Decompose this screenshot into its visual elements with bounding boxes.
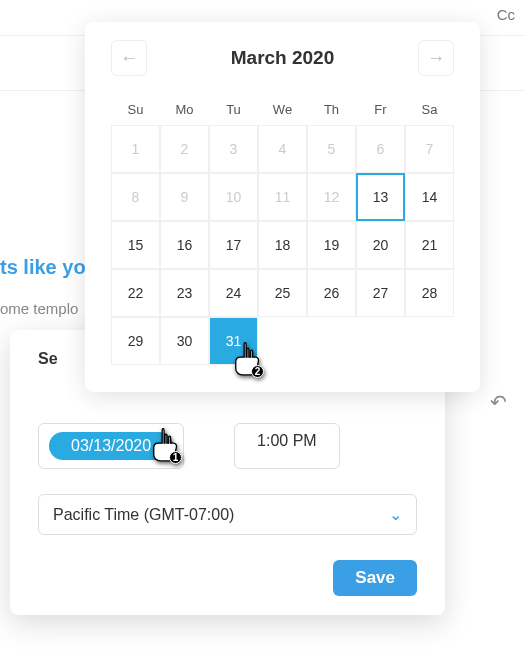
undo-icon[interactable]: ↶ [490,390,507,414]
calendar-day[interactable]: 2 [160,125,209,173]
calendar-day[interactable]: 18 [258,221,307,269]
calendar-day[interactable]: 15 [111,221,160,269]
arrow-left-icon: ← [120,48,138,69]
background-text: ts like you [0,256,98,279]
calendar-weekday-label: Tu [209,94,258,125]
calendar-day[interactable]: 30 [160,317,209,365]
calendar-day[interactable]: 5 [307,125,356,173]
calendar-grid: SuMoTuWeThFrSa12345678910111213141516171… [111,94,454,365]
calendar-day[interactable]: 4 [258,125,307,173]
calendar-weekday-label: We [258,94,307,125]
calendar-day[interactable]: 7 [405,125,454,173]
calendar-day[interactable]: 17 [209,221,258,269]
calendar-day[interactable]: 19 [307,221,356,269]
calendar-day[interactable]: 9 [160,173,209,221]
calendar-day[interactable]: 27 [356,269,405,317]
calendar-day[interactable]: 10 [209,173,258,221]
prev-month-button[interactable]: ← [111,40,147,76]
calendar-day[interactable]: 21 [405,221,454,269]
date-input-wrap[interactable]: 03/13/2020 [38,423,184,469]
calendar-month-label: March 2020 [231,47,335,69]
calendar-day[interactable]: 23 [160,269,209,317]
calendar-day[interactable]: 31 [209,317,258,365]
date-value: 03/13/2020 [49,432,173,460]
calendar-day[interactable]: 24 [209,269,258,317]
calendar-day[interactable]: 1 [111,125,160,173]
calendar-day[interactable]: 29 [111,317,160,365]
calendar-day[interactable]: 20 [356,221,405,269]
calendar-empty-cell [258,317,307,365]
calendar-popup: ← March 2020 → SuMoTuWeThFrSa12345678910… [85,22,480,392]
calendar-empty-cell [405,317,454,365]
background-text: ome templo [0,300,78,317]
cc-link[interactable]: Cc [497,6,515,23]
calendar-day[interactable]: 28 [405,269,454,317]
arrow-right-icon: → [427,48,445,69]
calendar-day[interactable]: 8 [111,173,160,221]
calendar-day[interactable]: 14 [405,173,454,221]
time-input[interactable]: 1:00 PM [234,423,340,469]
save-button[interactable]: Save [333,560,417,596]
timezone-select[interactable]: Pacific Time (GMT-07:00) ⌄ [38,494,417,535]
calendar-weekday-label: Th [307,94,356,125]
next-month-button[interactable]: → [418,40,454,76]
calendar-day[interactable]: 16 [160,221,209,269]
calendar-weekday-label: Mo [160,94,209,125]
chevron-down-icon: ⌄ [389,505,402,524]
calendar-day[interactable]: 11 [258,173,307,221]
calendar-day[interactable]: 6 [356,125,405,173]
calendar-day[interactable]: 3 [209,125,258,173]
calendar-weekday-label: Sa [405,94,454,125]
calendar-day[interactable]: 22 [111,269,160,317]
calendar-weekday-label: Fr [356,94,405,125]
calendar-day[interactable]: 26 [307,269,356,317]
calendar-empty-cell [356,317,405,365]
calendar-day[interactable]: 13 [356,173,405,221]
timezone-value: Pacific Time (GMT-07:00) [53,506,234,524]
calendar-day[interactable]: 12 [307,173,356,221]
calendar-day[interactable]: 25 [258,269,307,317]
calendar-weekday-label: Su [111,94,160,125]
calendar-empty-cell [307,317,356,365]
